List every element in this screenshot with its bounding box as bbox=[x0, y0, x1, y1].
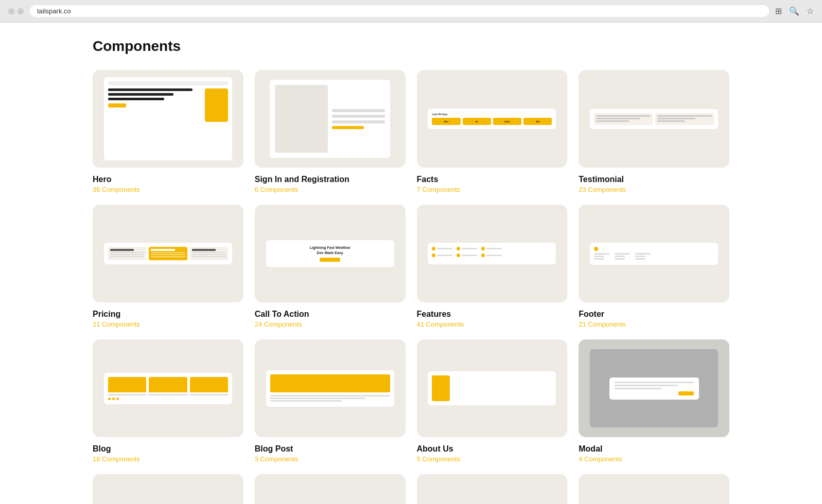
hero-count: 36 Components bbox=[93, 186, 243, 193]
card-signin[interactable]: Sign In and Registration 6 Components bbox=[255, 70, 406, 193]
modal-line-3 bbox=[615, 388, 662, 389]
field-3 bbox=[332, 120, 385, 123]
aboutus-image bbox=[432, 375, 450, 401]
pricing-label: Pricing bbox=[93, 310, 243, 319]
pricing-preview bbox=[104, 243, 232, 264]
field-submit bbox=[332, 126, 364, 129]
card-row4b[interactable] bbox=[255, 474, 406, 504]
card-pricing[interactable]: Pricing 21 Components bbox=[93, 205, 243, 328]
quote-2 bbox=[655, 113, 714, 125]
footer-dot bbox=[594, 247, 598, 251]
features-label: Features bbox=[417, 310, 568, 319]
card-row4d[interactable] bbox=[579, 474, 729, 504]
feat-dot-5 bbox=[457, 254, 460, 257]
card-thumb-blogpost bbox=[255, 339, 406, 437]
card-thumb-footer bbox=[579, 205, 729, 302]
feat-row-1 bbox=[432, 247, 552, 250]
modal-label: Modal bbox=[579, 444, 729, 454]
signin-label: Sign In and Registration bbox=[255, 175, 406, 184]
signin-panel bbox=[275, 85, 328, 153]
card-features[interactable]: Features 41 Components bbox=[417, 205, 568, 328]
card-blogpost[interactable]: Blog Post 3 Components bbox=[255, 339, 406, 463]
blog-line-2 bbox=[149, 394, 187, 395]
aboutus-count: 5 Components bbox=[417, 455, 568, 463]
page-title: Components bbox=[93, 38, 729, 55]
facts-preview: Last 30 days 200+ 45 1500+ 890 bbox=[428, 109, 556, 129]
browser-chrome: tailspark.co ⊞ 🔍 ☆ bbox=[0, 0, 822, 23]
hero-preview bbox=[104, 77, 232, 160]
field-1 bbox=[332, 109, 385, 112]
card-thumb-blog bbox=[93, 339, 243, 437]
blog-card-3 bbox=[190, 377, 228, 395]
feat-dot-1 bbox=[432, 247, 435, 250]
cta-button bbox=[320, 258, 340, 262]
card-thumb-signin bbox=[255, 70, 406, 168]
modal-line-1 bbox=[615, 382, 694, 383]
search-icon[interactable]: 🔍 bbox=[789, 6, 799, 16]
footer-col-2 bbox=[615, 253, 630, 261]
card-facts[interactable]: Last 30 days 200+ 45 1500+ 890 Facts 7 C… bbox=[417, 70, 568, 193]
cta-label: Call To Action bbox=[255, 310, 406, 319]
card-thumb-row4d bbox=[579, 474, 729, 504]
dot-1 bbox=[8, 8, 14, 14]
blogpost-count: 3 Components bbox=[255, 455, 406, 463]
hero-label: Hero bbox=[93, 175, 243, 184]
f-line-9 bbox=[635, 258, 645, 260]
bp-line-3 bbox=[270, 400, 342, 402]
card-hero[interactable]: Hero 36 Components bbox=[93, 70, 243, 193]
modal-line-2 bbox=[615, 385, 678, 386]
f-line-5 bbox=[615, 256, 625, 257]
feat-dot-4 bbox=[432, 254, 435, 257]
fact-3: 1500+ bbox=[493, 118, 521, 125]
card-thumb-modal bbox=[579, 339, 729, 437]
dot-2 bbox=[18, 8, 24, 14]
blog-dot-2 bbox=[112, 398, 115, 400]
feat-6 bbox=[481, 254, 502, 257]
blog-line-1 bbox=[108, 394, 146, 395]
blog-count: 18 Components bbox=[93, 455, 243, 463]
card-thumb-facts: Last 30 days 200+ 45 1500+ 890 bbox=[417, 70, 568, 168]
feat-line-6 bbox=[486, 255, 502, 256]
card-row4c[interactable] bbox=[417, 474, 568, 504]
card-aboutus[interactable]: About Us 5 Components bbox=[417, 339, 568, 463]
facts-count: 7 Components bbox=[417, 186, 568, 193]
f-line-7 bbox=[635, 253, 651, 255]
plan-premium bbox=[190, 247, 228, 260]
footer-col-1 bbox=[594, 253, 609, 261]
signin-count: 6 Components bbox=[255, 186, 406, 193]
card-modal[interactable]: Modal 4 Components bbox=[579, 339, 729, 463]
facts-label: Facts bbox=[417, 175, 568, 184]
blog-dots bbox=[108, 398, 228, 400]
hero-text bbox=[108, 88, 202, 122]
f-line-3 bbox=[594, 258, 604, 260]
feat-1 bbox=[432, 247, 452, 250]
card-thumb-row4a bbox=[93, 474, 243, 504]
fact-4: 890 bbox=[523, 118, 552, 125]
footer-count: 21 Components bbox=[579, 320, 729, 328]
translate-icon[interactable]: ⊞ bbox=[775, 6, 782, 16]
blog-dot-1 bbox=[108, 398, 111, 400]
address-bar[interactable]: tailspark.co bbox=[30, 5, 769, 17]
card-thumb-aboutus bbox=[417, 339, 568, 437]
card-row4a[interactable] bbox=[93, 474, 243, 504]
feat-4 bbox=[432, 254, 452, 257]
blog-line-3 bbox=[190, 394, 228, 395]
feat-dot-6 bbox=[481, 254, 485, 257]
card-footer[interactable]: Footer 21 Components bbox=[579, 205, 729, 328]
blog-label: Blog bbox=[93, 444, 243, 454]
card-thumb-cta: Lightning Fast WebflowDev Made Easy bbox=[255, 205, 406, 302]
fact-2: 45 bbox=[463, 118, 491, 125]
footer-columns bbox=[594, 253, 714, 261]
testimonial-preview bbox=[590, 109, 718, 129]
card-testimonial[interactable]: Testimonial 23 Components bbox=[579, 70, 729, 193]
feat-3 bbox=[481, 247, 502, 250]
blog-card-2 bbox=[149, 377, 187, 395]
feat-line-3 bbox=[486, 248, 502, 249]
card-blog[interactable]: Blog 18 Components bbox=[93, 339, 243, 463]
bookmark-icon[interactable]: ☆ bbox=[807, 6, 814, 16]
signin-preview bbox=[270, 80, 390, 158]
bp-line-2 bbox=[270, 398, 366, 399]
field-2 bbox=[332, 115, 385, 118]
card-cta[interactable]: Lightning Fast WebflowDev Made Easy Call… bbox=[255, 205, 406, 328]
facts-label-text: Last 30 days bbox=[432, 113, 552, 116]
